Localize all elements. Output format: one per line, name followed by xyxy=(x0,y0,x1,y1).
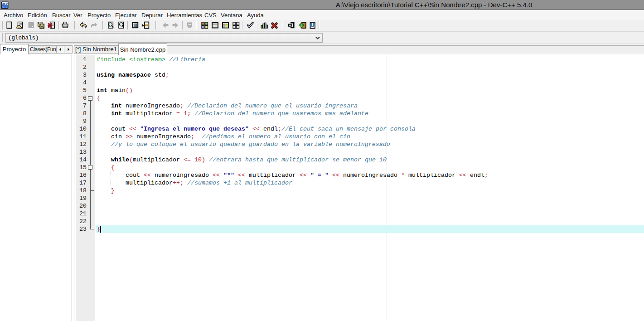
svg-text:DEV: DEV xyxy=(2,2,8,5)
svg-text:C++: C++ xyxy=(2,5,7,8)
